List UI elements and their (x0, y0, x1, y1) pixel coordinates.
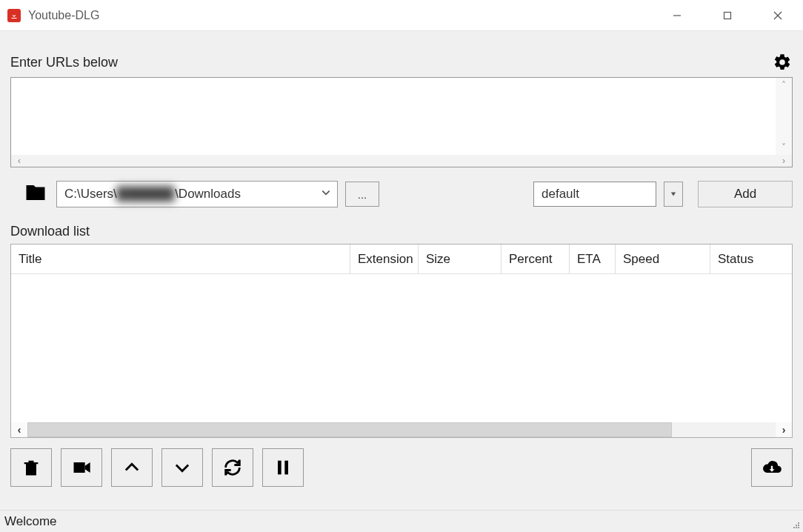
play-button[interactable] (61, 448, 102, 487)
add-button[interactable]: Add (698, 181, 793, 207)
col-title[interactable]: Title (11, 245, 350, 273)
status-text: Welcome (4, 514, 57, 529)
add-label: Add (734, 187, 756, 202)
download-list: Title Extension Size Percent ETA Speed S… (10, 244, 793, 438)
col-status[interactable]: Status (710, 245, 792, 273)
save-path-dropdown[interactable]: C:\Users\ ██████ \Downloads (56, 181, 338, 207)
format-selected: default (542, 187, 579, 202)
svg-rect-5 (278, 461, 281, 475)
download-list-label: Download list (10, 224, 793, 239)
urls-label: Enter URLs below (10, 55, 118, 70)
browse-button[interactable]: ... (345, 182, 379, 207)
reload-button[interactable] (212, 448, 253, 487)
settings-button[interactable] (772, 52, 793, 73)
maximize-button[interactable] (702, 0, 753, 30)
minimize-button[interactable] (652, 0, 702, 30)
chevron-up-icon (121, 457, 142, 478)
list-scroll-thumb[interactable] (27, 422, 672, 437)
delete-button[interactable] (10, 448, 52, 487)
download-button[interactable] (751, 448, 793, 487)
path-redacted: ██████ (117, 187, 175, 202)
titlebar: Youtube-DLG (0, 0, 803, 31)
col-extension[interactable]: Extension (350, 245, 419, 273)
path-prefix: C:\Users\ (64, 187, 117, 202)
urls-textarea-wrap: ˄ ˅ ‹ › (10, 77, 793, 167)
list-scroll-left-icon[interactable]: ‹ (11, 422, 27, 437)
col-eta[interactable]: ETA (570, 245, 616, 273)
col-size[interactable]: Size (419, 245, 502, 273)
svg-rect-6 (284, 461, 288, 475)
triangle-down-icon (670, 191, 676, 197)
col-speed[interactable]: Speed (616, 245, 710, 273)
urls-vertical-scrollbar[interactable]: ˄ ˅ (776, 78, 792, 155)
path-suffix: \Downloads (175, 187, 241, 202)
format-dropdown-button[interactable] (664, 182, 683, 207)
window-title: Youtube-DLG (28, 9, 99, 22)
folder-icon (22, 182, 49, 207)
col-percent[interactable]: Percent (502, 245, 570, 273)
app-icon (7, 9, 21, 22)
status-bar: Welcome (0, 510, 803, 532)
svg-rect-1 (724, 12, 731, 19)
list-horizontal-scrollbar[interactable]: ‹ › (11, 422, 792, 437)
chevron-down-icon (321, 187, 331, 202)
scroll-up-icon[interactable]: ˄ (776, 78, 792, 93)
urls-horizontal-scrollbar[interactable]: ‹ › (11, 155, 792, 167)
trash-icon (21, 457, 41, 478)
video-camera-icon (71, 457, 92, 478)
pause-icon (273, 457, 293, 478)
move-up-button[interactable] (111, 448, 153, 487)
urls-textarea[interactable] (11, 78, 776, 155)
chevron-down-icon (172, 457, 193, 478)
move-down-button[interactable] (161, 448, 203, 487)
browse-label: ... (358, 188, 367, 201)
scroll-right-icon[interactable]: › (776, 155, 792, 167)
scroll-down-icon[interactable]: ˅ (776, 140, 792, 155)
list-scroll-right-icon[interactable]: › (776, 422, 792, 437)
gear-icon (773, 53, 792, 72)
window-controls (652, 0, 803, 30)
refresh-icon (222, 457, 243, 478)
download-list-header: Title Extension Size Percent ETA Speed S… (11, 245, 792, 274)
scroll-track[interactable] (776, 93, 792, 140)
resize-grip[interactable] (793, 522, 800, 529)
format-dropdown[interactable]: default (533, 182, 656, 207)
pause-button[interactable] (262, 448, 304, 487)
close-button[interactable] (753, 0, 803, 30)
svg-marker-4 (671, 193, 676, 196)
scroll-htrack[interactable] (27, 155, 776, 167)
scroll-left-icon[interactable]: ‹ (11, 155, 27, 167)
cloud-download-icon (762, 457, 782, 478)
